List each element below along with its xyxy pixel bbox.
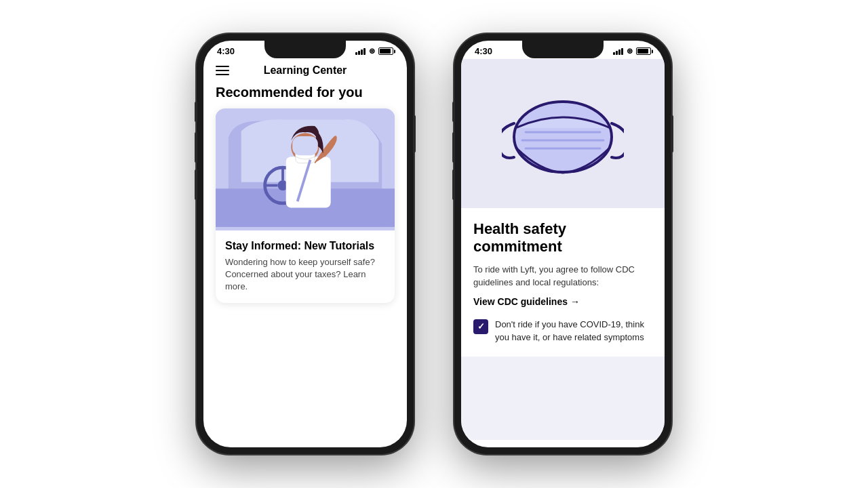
mask-illustration	[502, 79, 624, 188]
svg-rect-13	[292, 136, 318, 155]
driver-illustration	[216, 108, 395, 230]
card-image	[216, 108, 395, 230]
checkbox-text: Don't ride if you have COVID-19, think y…	[495, 318, 652, 344]
safety-body: Health safety commitment To ride with Ly…	[461, 208, 665, 357]
section-title: Recommended for you	[216, 85, 395, 100]
safety-description: To ride with Lyft, you agree to follow C…	[473, 263, 652, 289]
card-body: Stay Informed: New Tutorials Wondering h…	[216, 230, 395, 303]
status-icons: ⊛	[355, 47, 393, 56]
hamburger-icon[interactable]	[216, 66, 229, 75]
app-title: Learning Center	[264, 64, 347, 77]
card-title: Stay Informed: New Tutorials	[225, 240, 385, 252]
signal-icon-2	[613, 48, 623, 55]
mask-image-area	[461, 59, 665, 208]
wifi-icon-2: ⊛	[627, 47, 633, 56]
battery-icon	[378, 47, 393, 55]
wifi-icon: ⊛	[369, 47, 375, 56]
phone-2: 4:30 ⊛	[454, 34, 671, 454]
screen-content-2: Health safety commitment To ride with Ly…	[461, 59, 665, 440]
notch-2	[522, 41, 604, 58]
status-time-2: 4:30	[475, 46, 492, 56]
card-description: Wondering how to keep yourself safe? Con…	[225, 256, 385, 293]
cdc-link[interactable]: View CDC guidelines →	[473, 296, 652, 307]
svg-point-14	[514, 102, 612, 172]
battery-icon-2	[636, 47, 651, 55]
checkbox[interactable]	[473, 319, 488, 334]
screen-content: Learning Center Recommended for you	[203, 59, 407, 440]
status-time: 4:30	[217, 46, 235, 56]
safety-title: Health safety commitment	[473, 220, 652, 256]
cdc-link-text: View CDC guidelines →	[473, 296, 580, 307]
checkbox-row: Don't ride if you have COVID-19, think y…	[473, 318, 652, 344]
phone-1: 4:30 ⊛ Learning Center	[197, 34, 414, 454]
tutorial-card[interactable]: Stay Informed: New Tutorials Wondering h…	[216, 108, 395, 303]
app-header: Learning Center	[216, 59, 395, 85]
signal-icon	[355, 48, 366, 55]
notch	[264, 41, 346, 58]
status-icons-2: ⊛	[613, 47, 651, 56]
